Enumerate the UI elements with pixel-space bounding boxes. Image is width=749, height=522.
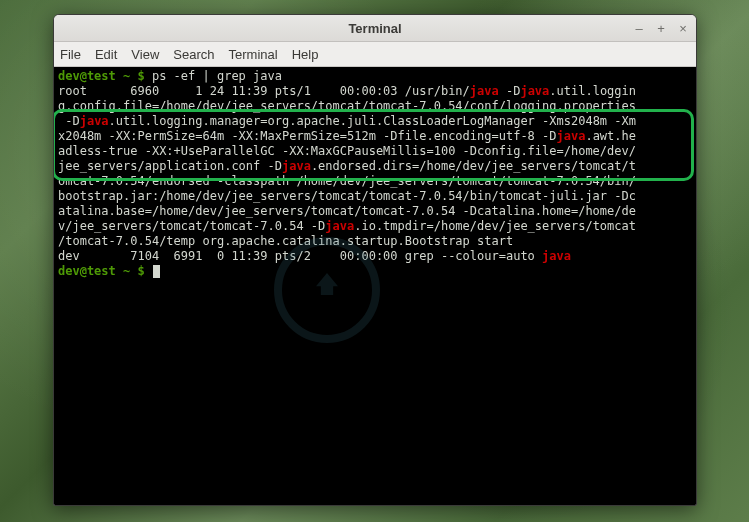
output-text: .io.tmpdir=/home/dev/jee_servers/tomcat (354, 219, 636, 233)
highlight-java: java (557, 129, 586, 143)
menu-view[interactable]: View (131, 47, 159, 62)
menu-search[interactable]: Search (173, 47, 214, 62)
output-text: g.config.file=/home/dev/jee_servers/tomc… (58, 99, 636, 113)
highlight-java: java (470, 84, 499, 98)
menu-bar: File Edit View Search Terminal Help (54, 42, 696, 67)
terminal-viewport[interactable]: dev@test ~ $ ps -ef | grep java root 696… (54, 67, 696, 505)
output-text: -D (58, 114, 80, 128)
output-text: .util.logging.manager=org.apache.juli.Cl… (109, 114, 636, 128)
prompt-userhost: dev@test (58, 69, 116, 83)
close-button[interactable]: × (676, 21, 690, 35)
prompt-path: ~ $ (116, 264, 152, 278)
maximize-button[interactable]: + (654, 21, 668, 35)
highlight-java: java (282, 159, 311, 173)
window-titlebar[interactable]: Terminal – + × (54, 15, 696, 42)
minimize-button[interactable]: – (632, 21, 646, 35)
output-text: v/jee_servers/tomcat/tomcat-7.0.54 -D (58, 219, 325, 233)
output-text: omcat-7.0.54/endorsed -classpath /home/d… (58, 174, 636, 188)
prompt-userhost: dev@test (58, 264, 116, 278)
window-title: Terminal (54, 21, 696, 36)
output-text: .util.loggin (549, 84, 636, 98)
highlight-java: java (542, 249, 571, 263)
window-controls: – + × (632, 15, 690, 41)
output-text: -D (499, 84, 521, 98)
menu-terminal[interactable]: Terminal (229, 47, 278, 62)
menu-help[interactable]: Help (292, 47, 319, 62)
output-text: /tomcat-7.0.54/temp org.apache.catalina.… (58, 234, 513, 248)
desktop-background: Terminal – + × File Edit View Search Ter… (0, 0, 749, 522)
prompt-path: ~ $ (116, 69, 152, 83)
highlight-java: java (325, 219, 354, 233)
entered-command: ps -ef | grep java (152, 69, 282, 83)
highlight-java: java (80, 114, 109, 128)
cursor (153, 265, 160, 278)
output-text: x2048m -XX:PermSize=64m -XX:MaxPermSize=… (58, 129, 557, 143)
output-text: .awt.he (585, 129, 636, 143)
output-text: root 6960 1 24 11:39 pts/1 00:00:03 /usr… (58, 84, 470, 98)
output-text: dev 7104 6991 0 11:39 pts/2 00:00:00 gre… (58, 249, 542, 263)
output-text: .endorsed.dirs=/home/dev/jee_servers/tom… (311, 159, 636, 173)
highlight-java: java (520, 84, 549, 98)
menu-edit[interactable]: Edit (95, 47, 117, 62)
output-text: atalina.base=/home/dev/jee_servers/tomca… (58, 204, 636, 218)
terminal-window: Terminal – + × File Edit View Search Ter… (53, 14, 697, 506)
output-text: adless-true -XX:+UseParallelGC -XX:MaxGC… (58, 144, 636, 158)
output-text: bootstrap.jar:/home/dev/jee_servers/tomc… (58, 189, 636, 203)
output-text: jee_servers/application.conf -D (58, 159, 282, 173)
menu-file[interactable]: File (60, 47, 81, 62)
